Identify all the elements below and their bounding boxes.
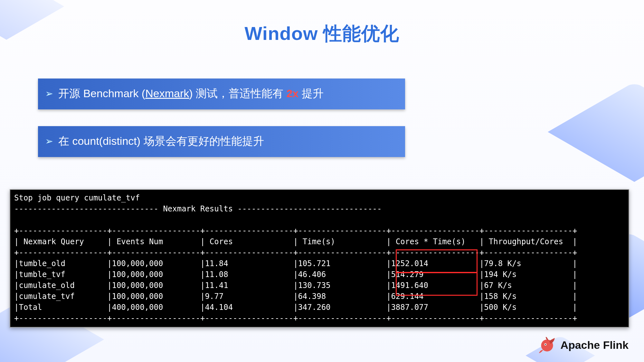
callout-text-part: ) 测试，普适性能有 [189, 87, 286, 99]
table-row: |Total |400,000,000 |44.104 |347.260 |38… [14, 303, 577, 312]
nexmark-link[interactable]: Nexmark [145, 87, 189, 99]
page-title: Window 性能优化 [0, 21, 644, 46]
table-row: |tumble_tvf |100,000,000 |11.08 |46.406 … [14, 270, 577, 279]
terminal-line: Stop job query cumulate_tvf [14, 193, 140, 202]
table-row: |cumulate_tvf |100,000,000 |9.77 |64.398… [14, 292, 577, 301]
footer-logo: Apache Flink [538, 336, 629, 354]
callout-benchmark: ➢ 开源 Benchmark (Nexmark) 测试，普适性能有 2x 提升 [38, 79, 405, 109]
callout-text-part: 提升 [298, 87, 323, 99]
terminal-output: Stop job query cumulate_tvf ------------… [10, 189, 629, 328]
terminal-line: +-------------------+-------------------… [14, 226, 577, 235]
callout-count-distinct: ➢ 在 count(distinct) 场景会有更好的性能提升 [38, 126, 405, 157]
flink-squirrel-icon [538, 336, 556, 354]
perf-multiplier: 2x [286, 87, 298, 99]
decoration-cube [548, 82, 644, 182]
callout-text: 在 count(distinct) 场景会有更好的性能提升 [58, 134, 264, 149]
bullet-arrow-icon: ➢ [45, 89, 53, 98]
bullet-arrow-icon: ➢ [45, 136, 53, 146]
highlight-box-cumulate [396, 272, 478, 296]
terminal-line: +-------------------+-------------------… [14, 314, 577, 323]
terminal-line: +-------------------+-------------------… [14, 248, 577, 257]
callout-text: 开源 Benchmark (Nexmark) 测试，普适性能有 2x 提升 [58, 86, 324, 101]
slide: Window 性能优化 ➢ 开源 Benchmark (Nexmark) 测试，… [0, 0, 644, 362]
table-row: |tumble_old |100,000,000 |11.84 |105.721… [14, 259, 577, 268]
svg-point-2 [545, 344, 546, 345]
footer-brand-text: Apache Flink [560, 339, 629, 351]
terminal-line: ------------------------------- Nexmark … [14, 204, 382, 213]
callout-text-part: 开源 Benchmark ( [58, 87, 145, 99]
highlight-box-tumble [396, 249, 478, 273]
table-row: |cumulate_old |100,000,000 |11.41 |130.7… [14, 281, 577, 290]
terminal-line: | Nexmark Query | Events Num | Cores | T… [14, 237, 577, 246]
